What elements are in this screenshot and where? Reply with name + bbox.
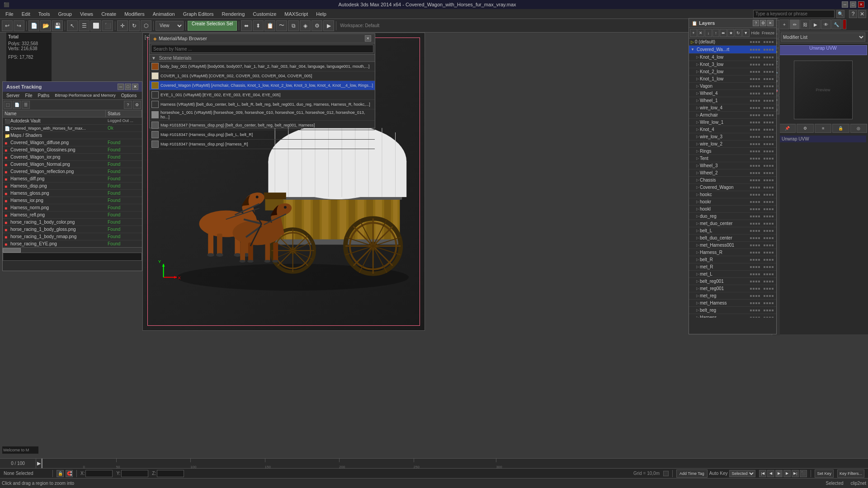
list-item[interactable]: ▷ Wheel_2 bbox=[689, 169, 776, 177]
list-item[interactable]: ■ Harness_refl.png Found bbox=[3, 211, 142, 219]
create-selection-button[interactable]: Create Selection Sel bbox=[188, 21, 237, 31]
list-item[interactable]: ■ Covered_Wagon_reflection.png Found bbox=[3, 168, 142, 175]
list-item[interactable]: ▷ met_L bbox=[689, 271, 776, 278]
list-item[interactable]: ▷ met_Harness bbox=[689, 300, 776, 307]
reference-coord-dropdown[interactable]: View Screen World bbox=[156, 21, 184, 31]
lock-button[interactable]: 🔒 bbox=[832, 124, 849, 133]
settings-button[interactable]: ≡ bbox=[815, 124, 831, 133]
menu-help[interactable]: Help bbox=[312, 10, 330, 18]
asset-maximize-button[interactable]: □ bbox=[125, 84, 131, 90]
asset-scrollbar[interactable] bbox=[3, 247, 142, 253]
layer-refresh-button[interactable]: ↻ bbox=[735, 29, 742, 37]
utilities-tab-button[interactable]: 🔧 bbox=[831, 19, 841, 29]
align-button[interactable]: ⬍ bbox=[253, 20, 264, 31]
asset-menu-server[interactable]: Server bbox=[4, 93, 22, 99]
list-item[interactable]: ■ Covered_Wagon_Glossines.png Found bbox=[3, 146, 142, 154]
motion-tab-button[interactable]: ▶ bbox=[811, 19, 821, 29]
x-coord-input[interactable] bbox=[85, 470, 113, 477]
undo-button[interactable]: ↩ bbox=[2, 20, 13, 31]
list-item[interactable]: COVER_1_001 (VRayMtl) [COVER_002, COVER_… bbox=[150, 71, 375, 81]
scale-button[interactable]: ⬡ bbox=[141, 20, 151, 31]
menu-customize[interactable]: Customize bbox=[249, 10, 280, 18]
mirror-button[interactable]: ⬌ bbox=[241, 20, 252, 31]
layer-new-button[interactable]: + bbox=[690, 29, 697, 37]
list-item[interactable]: ▷ Armchair bbox=[689, 112, 776, 119]
grid-icon[interactable] bbox=[663, 471, 669, 476]
go-end-button[interactable]: ▶| bbox=[792, 470, 799, 477]
timeline-expand-button[interactable]: ▶ bbox=[36, 459, 42, 468]
asset-menu-options[interactable]: Options bbox=[118, 93, 139, 99]
material-editor-button[interactable]: ◈ bbox=[300, 20, 311, 31]
search-button[interactable]: 🔍 bbox=[836, 10, 844, 18]
list-item[interactable]: ▷ Covered_Wagon bbox=[689, 184, 776, 191]
list-item[interactable]: ▷ belt_L bbox=[689, 227, 776, 235]
list-item[interactable]: ■ Covered_Wagon_diffuse.png Found bbox=[3, 139, 142, 146]
modify-param-1[interactable]: Unwrap UVW bbox=[780, 136, 866, 142]
list-item[interactable]: ■ horse_racing_EYE.png Found bbox=[3, 240, 142, 247]
list-item[interactable]: ▷ duo_reg bbox=[689, 213, 776, 220]
list-item[interactable]: ▷ Knot_2_low bbox=[689, 68, 776, 75]
list-item[interactable]: ▷ Knot_1_low bbox=[689, 75, 776, 83]
lock-selection-button[interactable]: 🔒 bbox=[57, 470, 64, 477]
list-item[interactable]: 📄 Covered_Wagon_with_Horses_fur_max... O… bbox=[3, 125, 142, 132]
list-item[interactable]: body_bay_001 (VRayMtl) [body006, body007… bbox=[150, 62, 375, 71]
asset-menu-paths[interactable]: Paths bbox=[35, 93, 52, 99]
list-item[interactable]: ■ Covered_Wagon_ior.png Found bbox=[3, 154, 142, 161]
list-item[interactable]: ■ Harness_ior.png Found bbox=[3, 197, 142, 204]
layer-freeze-all-button[interactable]: ⚙ bbox=[760, 20, 766, 26]
set-key-button[interactable]: Set Key bbox=[815, 469, 834, 478]
layer-merge-button[interactable]: ⬌ bbox=[720, 29, 727, 37]
mat-browser-close-button[interactable]: ✕ bbox=[365, 35, 371, 42]
modify-tab-button[interactable]: ✏ bbox=[790, 19, 800, 29]
list-item[interactable]: ▷ hookl bbox=[689, 206, 776, 213]
layer-select-button[interactable]: ↑ bbox=[712, 29, 720, 37]
schematic-button[interactable]: ⧉ bbox=[288, 20, 299, 31]
menu-tools[interactable]: Tools bbox=[35, 10, 54, 18]
z-coord-input[interactable] bbox=[157, 470, 184, 477]
open-button[interactable]: 📂 bbox=[40, 20, 51, 31]
window-crossing-button[interactable]: ⬛ bbox=[102, 20, 113, 31]
prev-frame-button[interactable]: ◀ bbox=[767, 470, 774, 477]
menu-graph-editors[interactable]: Graph Editors bbox=[179, 10, 217, 18]
list-item[interactable]: ▷ wire_low_2 bbox=[689, 141, 776, 148]
move-button[interactable]: ✛ bbox=[117, 20, 128, 31]
list-item[interactable]: ▷ 0 (default) bbox=[689, 38, 776, 46]
menu-maxscript[interactable]: MAXScript bbox=[281, 10, 311, 18]
show-end-result-button[interactable]: ◎ bbox=[850, 124, 867, 133]
redo-button[interactable]: ↪ bbox=[14, 20, 24, 31]
render-button[interactable]: ▶ bbox=[323, 20, 334, 31]
layer-help-button[interactable]: ? bbox=[753, 20, 759, 26]
list-item[interactable]: ▷ wire_low_4 bbox=[689, 104, 776, 112]
asset-tool-4[interactable]: ? bbox=[124, 101, 132, 109]
asset-scrollbar-thumb[interactable] bbox=[3, 248, 21, 253]
list-item[interactable]: ▷ Knot_3_low bbox=[689, 61, 776, 68]
list-item[interactable]: ▷ met_duo_center bbox=[689, 220, 776, 227]
hierarchy-tab-button[interactable]: ⛓ bbox=[800, 19, 810, 29]
key-filters-button[interactable]: Key Filters... bbox=[837, 469, 864, 478]
list-item[interactable]: ▷ belt_R bbox=[689, 256, 776, 263]
layer-delete-button[interactable]: ✕ bbox=[698, 29, 705, 37]
list-item[interactable]: ■ Harness_gloss.png Found bbox=[3, 190, 142, 197]
list-item[interactable]: Covered_Wagon (VRayMtl) [Armchair, Chass… bbox=[150, 81, 375, 90]
list-item[interactable]: ▼ Covered_Wa...rt bbox=[689, 46, 776, 54]
menu-modifiers[interactable]: Modifiers bbox=[121, 10, 148, 18]
list-item[interactable]: ▷ Wire_low_1 bbox=[689, 119, 776, 126]
layer-close-button[interactable]: ✕ bbox=[767, 20, 774, 26]
y-coord-input[interactable] bbox=[121, 470, 148, 477]
configure-button[interactable]: ⚙ bbox=[797, 124, 813, 133]
unwrap-uvw-button[interactable]: Unwrap UVW bbox=[779, 45, 867, 55]
list-item[interactable]: ▷ met_Harness001 bbox=[689, 242, 776, 249]
list-item[interactable]: ▷ belt_duo_center bbox=[689, 235, 776, 242]
rotate-button[interactable]: ↻ bbox=[129, 20, 140, 31]
list-item[interactable]: ▷ met_R bbox=[689, 263, 776, 271]
close-button[interactable]: ✕ bbox=[858, 1, 864, 8]
asset-tool-3[interactable]: ☰ bbox=[22, 101, 30, 109]
list-item[interactable]: ▷ Knot_4_low bbox=[689, 54, 776, 61]
list-item[interactable]: ▷ Wheel_3 bbox=[689, 162, 776, 169]
list-item[interactable]: ■ horse_racing_1_body_nmap.png Found bbox=[3, 233, 142, 240]
list-item[interactable]: ■ Harness_diff.png Found bbox=[3, 175, 142, 183]
help-button[interactable]: ? bbox=[849, 10, 857, 18]
asset-tool-5[interactable]: ⚙ bbox=[133, 101, 141, 109]
asset-tool-2[interactable]: 📄 bbox=[13, 101, 21, 109]
list-item[interactable]: Map #1018347 (Harness_disp.png) [Harness… bbox=[150, 140, 375, 149]
